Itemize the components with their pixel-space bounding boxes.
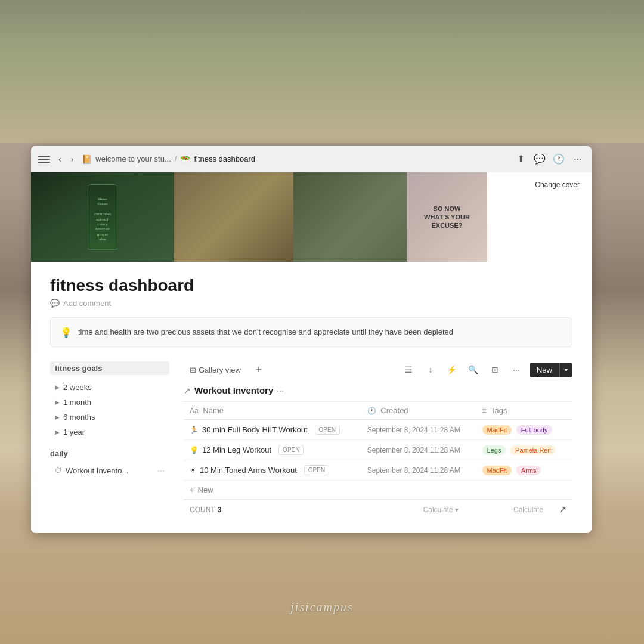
parent-label[interactable]: welcome to your stu... [95,154,171,163]
row3-status: OPEN [304,465,329,475]
new-button[interactable]: New [530,363,559,377]
link-out-icon: ↗ [184,386,191,395]
sidebar-item-1year[interactable]: ▶ 1 year [50,425,169,439]
history-icon[interactable]: 🕐 [552,153,565,166]
lightbulb-icon: 💡 [60,327,72,338]
search-button[interactable]: 🔍 [465,361,482,378]
tag-madfit[interactable]: MadFit [482,425,512,435]
green-bottle: MeanGreencucumberspinachcelerybroccoligi… [88,184,117,250]
add-row-label: New [198,485,213,494]
loading-icon: ⏱ [55,466,62,475]
count-value: 3 [218,506,222,514]
breadcrumb: 📔 welcome to your stu... / 🥗 fitness das… [82,154,509,164]
breadcrumb-separator: / [175,154,177,163]
col-header-created[interactable]: 🕐 Created [361,402,476,420]
browser-window: ‹ › 📔 welcome to your stu... / 🥗 fitness… [31,146,592,533]
more-icon[interactable]: ··· [571,153,584,166]
col-tags-label: Tags [491,406,507,415]
add-comment-button[interactable]: 💬 Add comment [50,299,572,308]
row2-status: OPEN [278,445,304,455]
sidebar-item-2weeks[interactable]: ▶ 2 weeks [50,380,169,395]
parent-emoji: 📔 [82,154,92,164]
change-cover-button[interactable]: Change cover [529,178,586,191]
col-name-label: Name [203,406,224,415]
new-dropdown-button[interactable]: ▾ [559,363,572,377]
row3-name: 10 Min Toned Arms Workout [200,466,297,475]
daily-section-title: daily [50,449,169,458]
row1-created-cell: September 8, 2024 11:28 AM [361,420,476,440]
chevron-right-icon: ▶ [55,414,60,420]
database-panel: ⊞ Gallery view + ☰ ↕ ⚡ 🔍 ⊡ ··· New ▾ [184,361,572,519]
more-options-button[interactable]: ··· [508,361,525,378]
layout-button[interactable]: ⊡ [487,361,503,378]
row3-icon: ☀ [190,466,196,475]
row1-icon: 🏃 [190,426,199,434]
table-row: 💡 12 Min Leg Workout OPEN September 8, 2… [184,440,572,460]
row2-name: 12 Min Leg Workout [202,445,271,454]
workout-table: Aa Name 🕐 Created ≡ Tags [184,401,572,481]
sidebar-item-1month[interactable]: ▶ 1 month [50,395,169,410]
table-row: 🏃 30 min Full Body HIIT Workout OPEN Sep… [184,420,572,440]
menu-icon[interactable] [38,153,50,165]
col-header-tags[interactable]: ≡ Tags [476,402,572,420]
sidebar-item-6months[interactable]: ▶ 6 months [50,410,169,425]
current-label: fitness dashboard [194,154,255,163]
add-view-button[interactable]: + [252,363,266,377]
nav-buttons: ‹ › [55,153,77,165]
chevron-right-icon: ▶ [55,384,60,391]
row3-tags-cell[interactable]: MadFit Arms [476,460,572,481]
filter-button[interactable]: ☰ [401,361,417,378]
two-column-layout: fitness goals ▶ 2 weeks ▶ 1 month ▶ 6 mo… [50,361,572,519]
forward-button[interactable]: › [67,153,78,165]
db-more-button[interactable]: ··· [277,386,284,395]
calc-button-1[interactable]: Calculate ▾ [420,504,462,515]
sort-button[interactable]: ↕ [422,361,439,378]
tag-madfit2[interactable]: MadFit [482,466,512,475]
gallery-icon: ⊞ [190,366,196,374]
lightning-button[interactable]: ⚡ [444,361,460,378]
tag-arms[interactable]: Arms [516,466,541,475]
row1-created: September 8, 2024 11:28 AM [367,426,460,434]
cover-segment-2 [174,172,293,262]
tag-fullbody[interactable]: Full body [516,425,553,435]
sidebar-item-workout-inventory[interactable]: ⏱ Workout Invento... ··· [50,463,169,478]
expand-button[interactable]: ↗ [559,504,566,515]
page-title: fitness dashboard [50,276,572,295]
watermark: jisicampus [290,600,354,614]
sidebar-item-label: 2 weeks [63,383,92,392]
calc-button-2[interactable]: Calculate [510,504,547,515]
comment-bubble-icon: 💬 [50,299,60,308]
gallery-view-button[interactable]: ⊞ Gallery view [184,363,247,377]
calc-label-2: Calculate [513,506,543,514]
new-button-group: New ▾ [530,363,572,377]
chevron-right-icon: ▶ [55,429,60,435]
row2-created-cell: September 8, 2024 11:28 AM [361,440,476,460]
row1-name-cell[interactable]: 🏃 30 min Full Body HIIT Workout OPEN [184,420,361,440]
plus-icon: + [190,485,194,494]
comment-icon[interactable]: 💬 [533,153,546,166]
db-title-row: ↗ Workout Inventory ··· [184,385,572,395]
row2-name-cell[interactable]: 💡 12 Min Leg Workout OPEN [184,440,361,460]
col-header-name[interactable]: Aa Name [184,402,361,420]
sidebar-daily-label: Workout Invento... [66,466,128,475]
row3-created-cell: September 8, 2024 11:28 AM [361,460,476,481]
tag-legs[interactable]: Legs [482,445,506,455]
cover-segment-4: SO NOWWHAT'S YOUREXCUSE? [407,172,487,262]
row1-status: OPEN [315,425,340,435]
sidebar-item-label: 6 months [63,413,95,422]
row2-created: September 8, 2024 11:28 AM [367,446,460,454]
cover-text: SO NOWWHAT'S YOUREXCUSE? [424,205,470,230]
row2-tags-cell[interactable]: Legs Pamela Reif [476,440,572,460]
back-button[interactable]: ‹ [55,153,65,165]
cover-image: MeanGreencucumberspinachcelerybroccoligi… [31,172,592,262]
chevron-right-icon: ▶ [55,399,60,405]
fitness-goals-title: fitness goals [50,361,169,375]
row1-tags-cell[interactable]: MadFit Full body [476,420,572,440]
row3-name-cell[interactable]: ☀ 10 Min Toned Arms Workout OPEN [184,460,361,481]
cover-segment-1: MeanGreencucumberspinachcelerybroccoligi… [31,172,174,262]
item-more-icon[interactable]: ··· [157,466,165,475]
tag-pamelarief[interactable]: Pamela Reif [510,445,556,455]
add-row-button[interactable]: + New [184,481,572,500]
quote-box: 💡 time and health are two precious asset… [50,317,572,347]
share-icon[interactable]: ⬆ [514,153,527,166]
